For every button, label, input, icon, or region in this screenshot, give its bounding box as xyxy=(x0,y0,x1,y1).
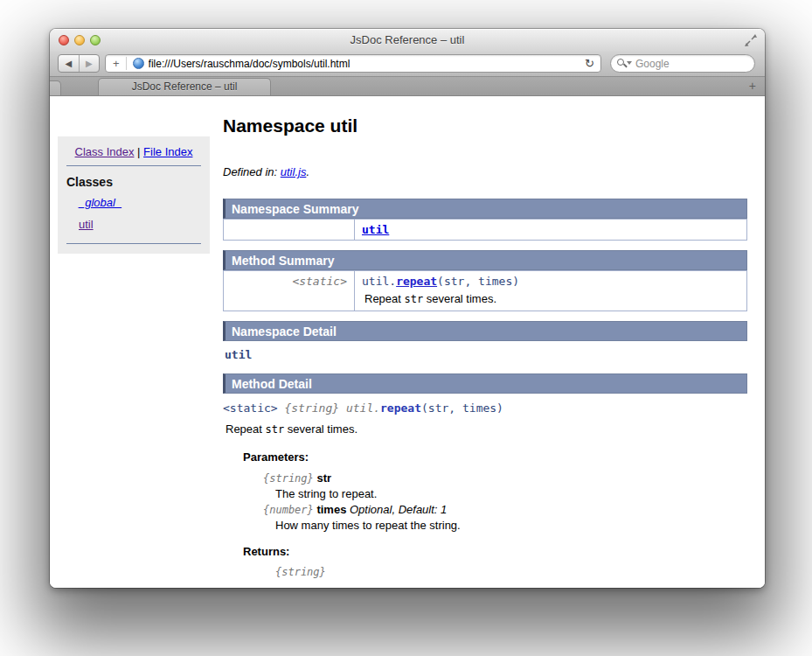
search-field[interactable]: Google xyxy=(610,54,755,73)
page-content: Class Index | File Index Classes _global… xyxy=(50,96,765,588)
title-bar[interactable]: JsDoc Reference – util xyxy=(50,29,765,52)
tab-edge-stub xyxy=(50,80,61,95)
namespace-summary-table: util xyxy=(223,219,747,241)
browser-window: JsDoc Reference – util ◀ ▶ + file:///Use… xyxy=(50,29,765,588)
url-text[interactable]: file:///Users/rauschma/doc/symbols/util.… xyxy=(149,58,580,70)
tab-bar: JsDoc Reference – util + xyxy=(50,76,765,96)
param-times-description: How many times to repeat the string. xyxy=(275,519,760,532)
namespace-util-link[interactable]: util xyxy=(362,223,389,236)
signature-name: repeat xyxy=(380,401,421,415)
document-main: Namespace util Defined in: util.js. Name… xyxy=(223,96,760,588)
namespace-detail-header: Namespace Detail xyxy=(223,321,747,341)
param-str-type-line: {string} str xyxy=(263,471,760,485)
method-summary-table: <static> util.repeat(str, times) Repeat … xyxy=(223,270,747,311)
method-detail-signature: <static> {string} util.repeat(str, times… xyxy=(223,401,760,415)
signature-type: {string} xyxy=(284,401,345,415)
method-attributes-cell: <static> xyxy=(224,271,355,311)
desc-text: several times. xyxy=(423,292,496,305)
param-times-type-line: {number} times Optional, Default: 1 xyxy=(263,503,760,516)
signature-static: <static> xyxy=(223,401,284,415)
list-item: util xyxy=(79,218,203,231)
signature-args: (str, times) xyxy=(421,401,503,415)
method-short-description: Repeat str several times. xyxy=(364,292,739,305)
page-title: Namespace util xyxy=(223,115,760,136)
search-placeholder: Google xyxy=(635,58,670,70)
index-links-separator: | xyxy=(134,145,143,158)
defined-in-label: Defined in: xyxy=(223,165,281,178)
param-name: str xyxy=(316,471,331,485)
sidebar-item-util[interactable]: util xyxy=(79,218,94,231)
returns-label: Returns: xyxy=(243,545,760,558)
defined-in-suffix: . xyxy=(306,165,309,178)
desc-code: str xyxy=(266,423,285,436)
repeat-method-link[interactable]: repeat xyxy=(396,275,437,288)
method-detail-header: Method Detail xyxy=(223,373,747,394)
fullscreen-icon[interactable] xyxy=(744,33,758,47)
desc-text: Repeat xyxy=(226,422,266,436)
signature-prefix: util. xyxy=(362,275,396,288)
method-signature-cell: util.repeat(str, times) Repeat str sever… xyxy=(355,271,747,311)
defined-in-link[interactable]: util.js xyxy=(281,165,307,178)
desc-code: str xyxy=(405,293,424,305)
param-type: {string} xyxy=(263,472,314,485)
classes-heading: Classes xyxy=(66,175,203,189)
method-summary-header: Method Summary xyxy=(223,250,747,270)
list-item: _global_ xyxy=(79,196,203,209)
search-magnifier-icon[interactable] xyxy=(617,58,630,69)
desc-text: several times. xyxy=(284,422,357,436)
method-detail-description: Repeat str several times. xyxy=(226,422,760,436)
globe-icon xyxy=(133,58,144,69)
file-index-link[interactable]: File Index xyxy=(143,145,192,158)
tab-jsdoc-reference[interactable]: JsDoc Reference – util xyxy=(98,78,271,95)
forward-button[interactable]: ▶ xyxy=(79,55,100,72)
defined-in-line: Defined in: util.js. xyxy=(223,165,760,178)
param-str-description: The string to repeat. xyxy=(275,487,760,500)
sidebar-item-global[interactable]: _global_ xyxy=(79,196,121,209)
class-index-sidebar: Class Index | File Index Classes _global… xyxy=(58,136,210,254)
sidebar-divider xyxy=(66,165,201,166)
returns-type: {string} xyxy=(275,566,760,578)
param-extra: Optional, Default: 1 xyxy=(346,503,447,516)
signature-namespace: util. xyxy=(346,401,380,415)
namespace-summary-header: Namespace Summary xyxy=(223,199,747,219)
index-links: Class Index | File Index xyxy=(65,145,203,165)
add-bookmark-button[interactable]: + xyxy=(106,57,126,70)
address-divider xyxy=(126,57,127,70)
class-index-link[interactable]: Class Index xyxy=(75,145,135,158)
desc-text: Repeat xyxy=(364,292,405,305)
signature-args: (str, times) xyxy=(437,275,519,288)
table-row: util xyxy=(224,220,747,241)
table-row: <static> util.repeat(str, times) Repeat … xyxy=(224,271,747,311)
param-type: {number} xyxy=(263,504,314,516)
window-title: JsDoc Reference – util xyxy=(50,33,765,46)
back-button[interactable]: ◀ xyxy=(59,55,79,72)
new-tab-button[interactable]: + xyxy=(749,79,756,93)
reload-icon[interactable]: ↻ xyxy=(579,57,600,70)
namespace-attributes-cell xyxy=(224,220,355,241)
namespace-name-cell: util xyxy=(355,220,747,241)
back-forward-control[interactable]: ◀ ▶ xyxy=(58,54,100,73)
method-signature: util.repeat(str, times) xyxy=(362,275,739,288)
parameters-label: Parameters: xyxy=(243,450,760,464)
namespace-detail-code: util xyxy=(225,348,760,361)
browser-toolbar: ◀ ▶ + file:///Users/rauschma/doc/symbols… xyxy=(50,52,765,76)
sidebar-divider-bottom xyxy=(66,243,201,244)
param-name: times xyxy=(316,503,346,516)
address-bar[interactable]: + file:///Users/rauschma/doc/symbols/uti… xyxy=(105,54,601,73)
